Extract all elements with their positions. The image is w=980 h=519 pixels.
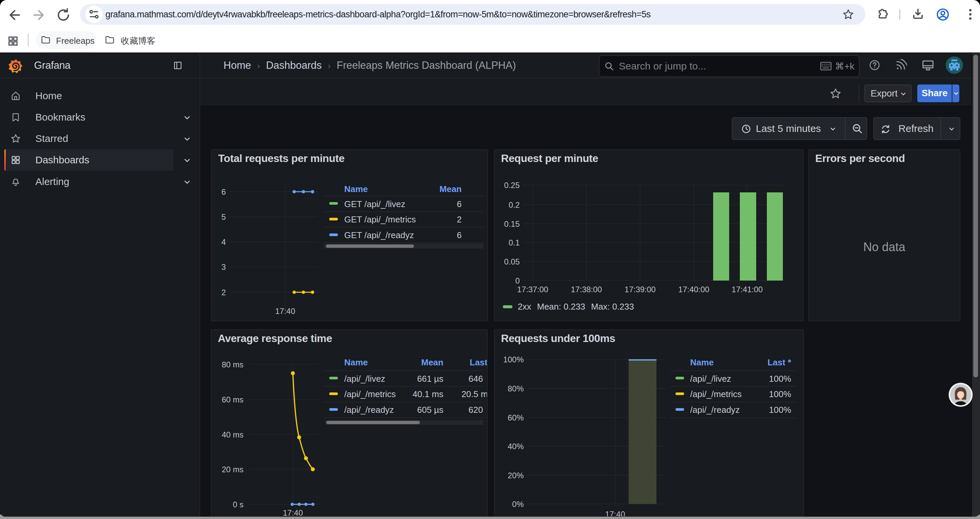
svg-text:20 ms: 20 ms [222, 465, 243, 474]
svg-text:17:40:00: 17:40:00 [678, 285, 709, 294]
svg-text:17:38:00: 17:38:00 [571, 285, 602, 294]
svg-text:0 s: 0 s [233, 500, 243, 509]
svg-text:3: 3 [221, 262, 226, 271]
svg-text:0.1: 0.1 [509, 238, 520, 247]
svg-text:17:39:00: 17:39:00 [624, 285, 655, 294]
svg-text:2xx: 2xx [518, 302, 531, 311]
svg-text:0.2: 0.2 [509, 200, 520, 209]
svg-text:0%: 0% [512, 500, 524, 509]
svg-text:17:40: 17:40 [275, 307, 295, 316]
svg-text:17:40: 17:40 [283, 508, 303, 516]
svg-text:17:41:00: 17:41:00 [732, 285, 762, 294]
svg-text:0: 0 [515, 276, 520, 285]
svg-text:0.05: 0.05 [504, 257, 520, 266]
svg-text:Mean: 0.233: Mean: 0.233 [537, 302, 585, 311]
svg-text:40%: 40% [508, 442, 524, 451]
svg-text:17:40: 17:40 [605, 509, 625, 516]
svg-text:Max: 0.233: Max: 0.233 [591, 302, 634, 311]
svg-text:0.25: 0.25 [504, 181, 520, 190]
svg-text:0.15: 0.15 [504, 219, 520, 228]
svg-text:20%: 20% [508, 471, 524, 480]
svg-text:40 ms: 40 ms [222, 430, 243, 439]
svg-text:2: 2 [221, 288, 226, 297]
svg-text:17:37:00: 17:37:00 [517, 285, 548, 294]
